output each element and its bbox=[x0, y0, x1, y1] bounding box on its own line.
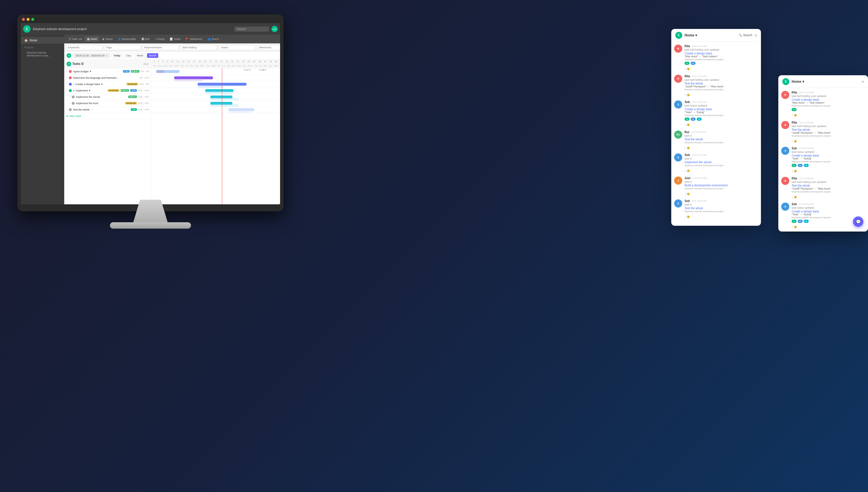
react-btn[interactable]: + 😊 bbox=[792, 225, 797, 229]
chat-float-header: E Home ▾ ≡ bbox=[778, 75, 868, 88]
msg-detail: "Joseff Thompson" → "Rita Hurst" bbox=[792, 131, 865, 134]
week-btn[interactable]: Week bbox=[134, 53, 145, 58]
avatar: S bbox=[674, 153, 682, 162]
msg-link[interactable]: Create a design base bbox=[685, 52, 758, 55]
list-item: S Seb 1/15 10:35 AM task d Test the whol… bbox=[674, 199, 758, 219]
close-dot[interactable] bbox=[22, 18, 25, 21]
react-btn[interactable]: + 😊 bbox=[685, 67, 690, 71]
tab-task-list[interactable]: ☰ Task List bbox=[67, 36, 84, 42]
month-btn[interactable]: Month bbox=[147, 53, 158, 58]
tab-milestones[interactable]: 🚩 Milestones bbox=[183, 36, 205, 42]
maximize-dot[interactable] bbox=[31, 18, 34, 21]
date-range-text: 2019-12-20 - 2020-04-20 bbox=[76, 54, 104, 57]
milestones-input[interactable] bbox=[257, 45, 280, 50]
msg-tag: ● bbox=[691, 62, 695, 65]
msg-link[interactable]: Build a development environment bbox=[685, 184, 758, 187]
msg-link[interactable]: Test the whole bbox=[685, 82, 758, 85]
tab-gantt[interactable]: ▦ Gantt bbox=[85, 36, 99, 42]
msg-action: task d bbox=[685, 157, 758, 160]
msg-project: Elephant website development project bbox=[685, 164, 758, 167]
list-item: S Seb 1/15 10:52 AM task status updated … bbox=[781, 203, 865, 229]
table-row: ⠿ Implement the server Python 1/15 - 1/2… bbox=[64, 94, 151, 100]
status-input[interactable] bbox=[219, 45, 255, 50]
react-btn[interactable]: + 😊 bbox=[685, 123, 690, 127]
task-name-front[interactable]: Implement the front bbox=[76, 102, 124, 105]
react-btn[interactable]: + 😊 bbox=[792, 195, 797, 199]
task-icon bbox=[69, 76, 72, 79]
chat-menu-btn[interactable]: ≡ bbox=[755, 33, 757, 38]
react-btn[interactable]: + 😊 bbox=[792, 139, 797, 143]
drag-handle[interactable]: ⠿ bbox=[66, 70, 68, 73]
search-bar[interactable]: Search bbox=[234, 27, 269, 31]
drag-handle[interactable]: ⠿ bbox=[69, 102, 71, 104]
react-btn[interactable]: + 😊 bbox=[685, 93, 690, 97]
msg-username: Seb bbox=[792, 203, 797, 206]
drag-handle[interactable]: ⠿ bbox=[66, 89, 68, 92]
sidebar-home[interactable]: 🏠 Home bbox=[21, 37, 64, 44]
list-item: S Seb 1/15 11:05 AM task status updated … bbox=[781, 147, 865, 173]
tab-notes[interactable]: 📝 Notes bbox=[168, 36, 183, 42]
message-body: Rita 1/15 11:10 AM task ball holding use… bbox=[792, 121, 865, 144]
msg-link[interactable]: Test the whole bbox=[792, 128, 865, 131]
msg-tag: ● bbox=[691, 118, 695, 121]
task-name[interactable]: Agree budget ✦ bbox=[73, 70, 122, 73]
sidebar-projects-label: Projects bbox=[21, 45, 64, 50]
user-avatar[interactable]: aaa bbox=[272, 26, 278, 32]
tab-teams[interactable]: 👥 Teams bbox=[205, 36, 221, 42]
msg-link[interactable]: Test the whole bbox=[685, 138, 758, 141]
chat-search-btn[interactable]: 🔍 Search bbox=[739, 33, 752, 37]
react-btn[interactable]: + 😊 bbox=[685, 215, 690, 219]
react-btn[interactable]: + 😊 bbox=[685, 169, 690, 173]
msg-action: task ball holding user updated bbox=[792, 95, 865, 98]
task-name[interactable]: Determine the language and framewo... bbox=[73, 76, 138, 79]
keywords-input[interactable] bbox=[66, 45, 102, 50]
msg-project: Elephant website development project bbox=[792, 104, 865, 107]
add-task-icon-btn[interactable]: + bbox=[67, 62, 71, 66]
msg-tag: ● bbox=[685, 118, 689, 121]
msg-action: task d bbox=[685, 203, 758, 206]
minimize-dot[interactable] bbox=[27, 18, 29, 21]
drag-handle[interactable]: ⠿ bbox=[66, 83, 68, 85]
msg-username: Rita bbox=[792, 91, 797, 94]
msg-link[interactable]: Test the whole bbox=[792, 184, 865, 187]
msg-link[interactable]: Test the whole bbox=[685, 207, 758, 210]
react-btn[interactable]: + 😊 bbox=[685, 192, 690, 196]
chat-fab-btn[interactable]: 💬 bbox=[853, 217, 863, 227]
react-btn[interactable]: + 😊 bbox=[792, 169, 797, 173]
msg-link[interactable]: Create a design base bbox=[792, 210, 865, 213]
task-name[interactable]: ∨ Implement ✦ bbox=[73, 89, 106, 92]
tags-input[interactable] bbox=[104, 45, 141, 50]
ball-holding-input[interactable] bbox=[181, 45, 217, 50]
add-task-row[interactable]: ⊕ Add a task bbox=[64, 113, 151, 119]
msg-project: Elephant website development project bbox=[685, 187, 758, 190]
msg-link[interactable]: Create a design base bbox=[685, 108, 758, 111]
drag-handle[interactable]: ⠿ bbox=[66, 108, 68, 111]
msg-link[interactable]: Create a design base bbox=[792, 154, 865, 157]
tab-priority[interactable]: ↑ Priority bbox=[152, 36, 167, 42]
avatar: R bbox=[781, 177, 789, 185]
sidebar-project-item[interactable]: Elephant website development proje... bbox=[21, 50, 64, 58]
drag-handle[interactable]: ⠿ bbox=[69, 96, 71, 98]
tab-responsible[interactable]: 👤 Responsible bbox=[116, 36, 138, 42]
msg-action: task status updated bbox=[792, 206, 865, 209]
chat-float-menu-btn[interactable]: ≡ bbox=[862, 79, 864, 84]
msg-link[interactable]: Implement the server bbox=[685, 161, 758, 164]
add-task-btn[interactable]: + bbox=[67, 53, 71, 58]
drag-handle[interactable]: ⠿ bbox=[66, 76, 68, 79]
today-btn[interactable]: Today bbox=[111, 53, 122, 58]
react-btn[interactable]: + 😊 bbox=[792, 114, 797, 118]
gantt-chart-body: v1.37.0 v1.38.0 bbox=[151, 68, 280, 204]
task-name-server[interactable]: Implement the server bbox=[76, 96, 127, 98]
tab-ball[interactable]: ⚽ Ball bbox=[139, 36, 152, 42]
day-btn[interactable]: Day bbox=[124, 53, 133, 58]
msg-link[interactable]: Create a design base bbox=[792, 98, 865, 101]
msg-tag: ● bbox=[804, 220, 809, 223]
list-item: R Rita 1/15 11:12 AM task ball holding u… bbox=[674, 45, 758, 71]
react-btn[interactable]: + 😊 bbox=[685, 146, 690, 150]
version-label-1: v1.37.0 bbox=[244, 69, 251, 71]
tab-status[interactable]: ◉ Status bbox=[100, 36, 115, 42]
task-name-test[interactable]: Test the whole → bbox=[73, 108, 130, 111]
task-name[interactable]: ○ Create a design base ✦ bbox=[73, 83, 125, 86]
representative-input[interactable] bbox=[142, 45, 179, 50]
date-clear-btn[interactable]: × bbox=[106, 54, 107, 57]
